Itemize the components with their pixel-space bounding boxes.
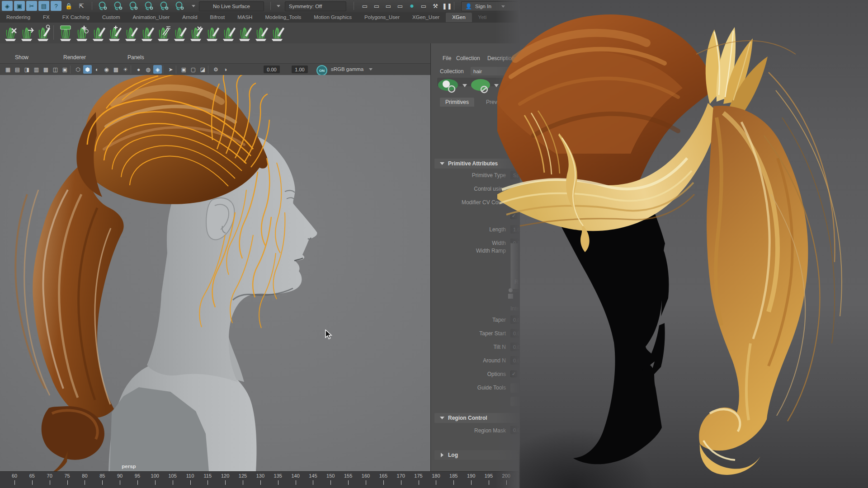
grooming-tool-icon[interactable]	[3, 24, 18, 41]
viewport-menubar: Show Renderer Panels	[0, 52, 430, 63]
timeline-tick	[155, 480, 156, 485]
grooming-tool-icon[interactable]	[58, 24, 73, 41]
grooming-tool-icon[interactable]	[188, 24, 203, 41]
render-frame-icon[interactable]: ▭	[371, 1, 382, 11]
timeline-tick-label: 145	[304, 473, 322, 479]
render-view-icon[interactable]: ▭	[359, 1, 370, 11]
grooming-tool-icon[interactable]	[139, 24, 155, 41]
grooming-tool-icon[interactable]	[156, 24, 171, 41]
shelf-tab-mash[interactable]: MASH	[231, 13, 259, 22]
shelf-tab-polygons_user[interactable]: Polygons_User	[358, 13, 406, 22]
viewport-tool-icon[interactable]: ▥	[32, 65, 41, 74]
select-tool-icon[interactable]: ⇱	[76, 1, 87, 11]
color-mgmt-on-badge[interactable]: ON	[316, 65, 327, 76]
grooming-tool-icon[interactable]	[19, 24, 34, 41]
timeline-tick	[137, 480, 138, 485]
texture-settings-icon[interactable]: ▭	[418, 1, 429, 11]
viewport-tool-icon[interactable]: ➤	[166, 65, 175, 74]
menu-panels[interactable]: Panels	[127, 54, 144, 61]
viewport-tool-icon[interactable]: ◍	[144, 65, 152, 74]
viewport-tool-icon[interactable]: ◪	[198, 65, 207, 74]
timeline-tick-label: 85	[93, 473, 111, 479]
viewport-tool-icon[interactable]: ▢	[189, 65, 198, 74]
timeline-tick	[330, 480, 331, 485]
grooming-tool-icon[interactable]	[269, 24, 285, 41]
grooming-tool-icon[interactable]	[253, 24, 269, 41]
timeline-tick-label: 155	[339, 473, 357, 479]
shelf-tab-modeling_tools[interactable]: Modeling_Tools	[259, 13, 307, 22]
viewport-tool-icon[interactable]: ◈	[153, 65, 162, 74]
viewport-tool-icon[interactable]: ◫	[51, 65, 60, 74]
marquee-icon[interactable]: ▣	[14, 1, 25, 11]
snap-curves-icon[interactable]: ◈	[2, 1, 13, 11]
viewport-tool-icon[interactable]: ▤	[13, 65, 22, 74]
grooming-tool-icon[interactable]	[204, 24, 220, 41]
timeline-tick-label: 140	[287, 473, 305, 479]
chevron-down-icon[interactable]	[369, 68, 373, 70]
shelf-tab-animation_user[interactable]: Animation_User	[127, 13, 176, 22]
color-mgmt-label[interactable]: sRGB gamma	[331, 66, 363, 72]
viewport-tool-icon[interactable]: ⚙	[212, 65, 220, 74]
chevron-down-icon[interactable]	[277, 5, 280, 7]
render-settings-icon[interactable]: ▭	[395, 1, 406, 11]
help-icon[interactable]: ?	[51, 1, 61, 11]
shelf-tab-arnold[interactable]: Arnold	[176, 13, 203, 22]
menu-show[interactable]: Show	[15, 54, 28, 61]
shelf-tab-bifrost[interactable]: Bifrost	[204, 13, 231, 22]
timeline-tick-label: 100	[146, 473, 164, 479]
lasso-tool-icon[interactable]	[143, 1, 155, 10]
grooming-tool-icon[interactable]	[107, 24, 122, 41]
lasso-tool-icon[interactable]	[158, 1, 170, 10]
grooming-tool-icon[interactable]	[90, 24, 106, 41]
viewport-tool-icon[interactable]: ☀	[121, 65, 130, 74]
grooming-tool-icon[interactable]	[221, 24, 236, 41]
lasso-tool-icon[interactable]	[127, 1, 139, 10]
viewport-tool-icon[interactable]: ▣	[61, 65, 69, 74]
shelf-tab-motion graphics[interactable]: Motion Graphics	[307, 13, 358, 22]
chevron-down-icon[interactable]	[192, 5, 195, 7]
grooming-tool-icon[interactable]	[74, 24, 90, 41]
viewport-tool-icon[interactable]: ◑	[221, 65, 230, 74]
viewport-tool-icon[interactable]: ⬡	[74, 65, 82, 74]
timeline-tick-label: 120	[216, 473, 234, 479]
lasso-tool-icon[interactable]	[112, 1, 124, 10]
viewport-tool-icon[interactable]: ◨	[23, 65, 31, 74]
timeline-tick	[85, 480, 85, 485]
ipr-render-icon[interactable]: ▭	[383, 1, 394, 11]
shelf-tab-fx caching[interactable]: FX Caching	[56, 13, 96, 22]
gamma-field[interactable]: 1.00	[292, 66, 308, 73]
film-icon[interactable]: ▤	[38, 1, 49, 11]
viewport-tool-icon[interactable]: ▩	[42, 65, 50, 74]
menu-renderer[interactable]: Renderer	[63, 54, 86, 61]
lasso-tool-icon[interactable]	[174, 1, 185, 10]
grooming-tool-icon[interactable]	[35, 24, 51, 41]
timeline-tick	[313, 480, 313, 485]
timeline-tick-label: 125	[234, 473, 252, 479]
shelf-tab-rendering[interactable]: Rendering	[0, 13, 37, 22]
viewport-tool-icon[interactable]: ⬢	[83, 65, 92, 74]
timeline-tick	[120, 480, 120, 485]
divider	[53, 25, 54, 40]
symmetry-field[interactable]: Symmetry: Off	[285, 1, 346, 11]
viewport-tool-icon[interactable]: ▦	[4, 65, 12, 74]
viewport-tool-icon[interactable]: ●	[134, 65, 143, 74]
live-surface-field[interactable]: No Live Surface	[199, 1, 264, 11]
lasso-tool-icon[interactable]	[97, 1, 108, 10]
divider	[70, 66, 71, 74]
grooming-tool-icon[interactable]	[172, 24, 187, 41]
shelf-tab-custom[interactable]: Custom	[96, 13, 127, 22]
render-sphere-icon[interactable]: ●	[406, 1, 417, 11]
viewport-tool-icon[interactable]: ▩	[112, 65, 120, 74]
grooming-tool-icon[interactable]	[123, 24, 138, 41]
shelf-tab-fx[interactable]: FX	[37, 13, 56, 22]
lock-icon[interactable]: 🔒	[63, 1, 74, 11]
viewport-tool-icon[interactable]: ▣	[179, 65, 188, 74]
maya-window: ◈▣✂▤? 🔒 ⇱ No Live Surface Symmetry: Off …	[0, 0, 868, 488]
viewport-canvas[interactable]	[0, 75, 430, 471]
viewport[interactable]: Show Renderer Panels ▦▤◨▥▩◫▣⬡⬢◐◉▩☀●◍◈➤▣▢…	[0, 43, 430, 471]
viewport-tool-icon[interactable]: ◉	[102, 65, 111, 74]
scissors-icon[interactable]: ✂	[26, 1, 37, 11]
viewport-tool-icon[interactable]: ◐	[93, 65, 101, 74]
grooming-tool-icon[interactable]	[237, 24, 252, 41]
exposure-field[interactable]: 0.00	[264, 66, 280, 73]
